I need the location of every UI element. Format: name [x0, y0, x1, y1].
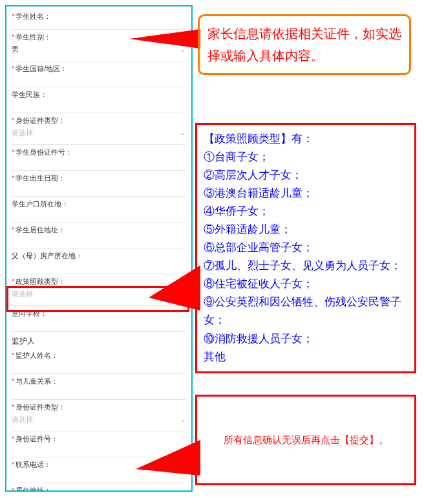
form-container: *学生姓名： *学生性别： 男 ⌄ *学生国籍/地区： 学生民族： *身份证件类…: [6, 6, 191, 492]
label-idno: 学生身份证件号：: [16, 148, 72, 156]
label-school: 意向学校：: [12, 309, 47, 317]
field-id-type[interactable]: *身份证件类型： 请选择 ⌄: [12, 113, 186, 145]
field-target-school[interactable]: 意向学校：: [12, 306, 186, 332]
label-student-gender: 学生性别：: [16, 33, 51, 41]
label-idtype: 身份证件类型：: [16, 116, 65, 124]
c2-item: ④华侨子女；: [204, 203, 408, 221]
field-residence[interactable]: *学生居住地址：: [12, 223, 186, 248]
field-student-ethnicity[interactable]: 学生民族：: [12, 87, 186, 113]
field-address[interactable]: *居住地址：: [12, 483, 186, 492]
c2-item: ⑩消防救援人员子女；: [204, 330, 408, 348]
c2-item: ⑤外籍适龄儿童；: [204, 221, 408, 239]
field-g-id-no[interactable]: *身份证件号：: [12, 432, 186, 457]
c2-item: ⑨公安英烈和因公牺牲、伤残公安民警子女；: [204, 293, 408, 329]
callout-submit: 所有信息确认无误后再点击【提交】。: [195, 395, 416, 485]
placeholder-policy: 请选择: [12, 288, 33, 299]
placeholder-idtype: 请选择: [12, 127, 33, 138]
field-policy-type[interactable]: *政策照顾类型： 请选择 ⌄: [12, 274, 186, 306]
label-phone: 联系电话：: [16, 461, 51, 468]
label-relation: 与儿童关系：: [16, 377, 58, 385]
label-policy: 政策照顾类型：: [16, 278, 65, 285]
field-student-name[interactable]: *学生姓名：: [12, 9, 186, 30]
chevron-down-icon: ⌄: [180, 415, 186, 424]
label-gname: 监护人姓名：: [16, 351, 58, 359]
field-phone[interactable]: *联系电话：: [12, 457, 186, 483]
c2-item: ⑦孤儿、烈士子女、见义勇为人员子女；: [204, 257, 408, 275]
field-student-gender[interactable]: *学生性别： 男 ⌄: [12, 30, 186, 61]
c2-item: ①台商子女；: [204, 148, 408, 166]
field-parent-property[interactable]: 父（母）房产所在地：: [12, 248, 186, 274]
callout1-text: 家长信息请依据相关证件，如实选择或输入具体内容。: [207, 27, 401, 63]
field-g-id-type[interactable]: *身份证件类型： 请选择 ⌄: [12, 400, 186, 432]
field-student-nationality[interactable]: *学生国籍/地区：: [12, 61, 186, 87]
chevron-down-icon: ⌄: [180, 45, 186, 54]
label-student-name: 学生姓名：: [16, 12, 51, 20]
label-gidtype: 身份证件类型：: [16, 403, 65, 411]
c2-item: ⑧住宅被征收人子女；: [204, 275, 408, 293]
callout-policy-types: 【政策照顾类型】有： ①台商子女； ②高层次人才子女； ③港澳台籍适龄儿童； ④…: [195, 123, 416, 373]
value-student-gender: 男: [12, 43, 19, 54]
label-address: 居住地址：: [16, 487, 51, 492]
placeholder-gidtype: 请选择: [12, 413, 33, 424]
chevron-down-icon: ⌄: [180, 128, 186, 137]
chevron-down-icon: ⌄: [180, 289, 186, 298]
label-residence: 学生居住地址：: [16, 226, 65, 234]
c2-item: ③港澳台籍适龄儿童；: [204, 184, 408, 203]
field-student-birth[interactable]: *学生出生日期：: [12, 171, 186, 197]
c2-heading: 【政策照顾类型】有：: [204, 130, 408, 148]
field-hukou[interactable]: 学生户口所在地：: [12, 197, 186, 223]
label-ethnicity: 学生民族：: [12, 91, 47, 98]
label-nationality: 学生国籍/地区：: [16, 65, 67, 72]
section-guardian: 监护人: [12, 332, 186, 348]
label-property: 父（母）房产所在地：: [12, 252, 83, 259]
label-birth: 学生出生日期：: [16, 174, 65, 182]
mobile-form-frame: *学生姓名： *学生性别： 男 ⌄ *学生国籍/地区： 学生民族： *身份证件类…: [5, 5, 193, 492]
c2-item: ②高层次人才子女；: [204, 166, 408, 184]
field-relation[interactable]: *与儿童关系：: [12, 374, 186, 400]
c2-item: 其他: [204, 348, 408, 366]
field-student-id-no[interactable]: *学生身份证件号：: [12, 145, 186, 171]
callout-instruction: 家长信息请依据相关证件，如实选择或输入具体内容。: [198, 14, 411, 75]
label-hukou: 学生户口所在地：: [12, 200, 69, 208]
field-guardian-name[interactable]: *监护人姓名：: [12, 348, 186, 374]
callout3-text: 所有信息确认无误后再点击【提交】。: [224, 432, 388, 448]
c2-item: ⑥总部企业高管子女；: [204, 239, 408, 257]
label-gidno: 身份证件号：: [16, 435, 58, 443]
